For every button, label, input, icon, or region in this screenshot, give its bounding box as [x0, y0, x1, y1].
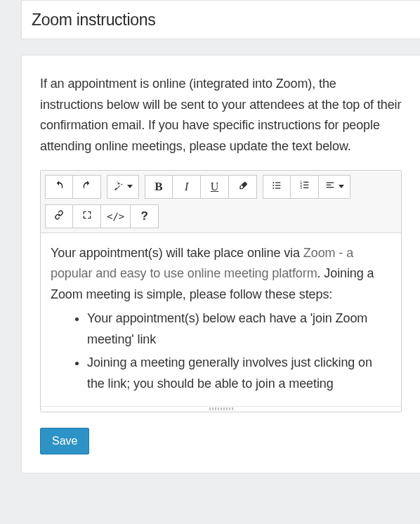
svg-rect-13 [327, 185, 332, 185]
expand-icon [81, 209, 93, 223]
editor-content[interactable]: Your appointment(s) will take place onli… [41, 233, 401, 406]
magic-button[interactable] [107, 175, 139, 199]
chevron-down-icon [127, 185, 133, 188]
editor-toolbar: B I U 123 [41, 171, 401, 233]
redo-button[interactable] [73, 175, 101, 199]
eraser-button[interactable] [229, 175, 257, 199]
magic-wand-icon [113, 180, 124, 193]
list-ol-icon: 123 [299, 180, 310, 193]
align-left-icon [324, 180, 336, 193]
link-icon [53, 209, 65, 223]
editor-paragraph-prefix: Your appointment(s) will take place onli… [51, 246, 303, 260]
chevron-down-icon [339, 185, 344, 188]
svg-point-2 [273, 188, 274, 189]
svg-rect-12 [327, 183, 334, 183]
eraser-icon [237, 180, 249, 193]
undo-icon [53, 180, 65, 193]
section-title: Zoom instructions [32, 11, 155, 30]
underline-button[interactable]: U [201, 175, 229, 199]
intro-text: If an appointment is online (integrated … [40, 74, 402, 157]
grip-icon [209, 407, 233, 410]
svg-point-1 [273, 185, 274, 186]
svg-text:3: 3 [300, 187, 302, 190]
rich-text-editor: B I U 123 [40, 170, 402, 412]
bold-button[interactable]: B [145, 175, 173, 199]
svg-rect-10 [303, 185, 308, 185]
svg-point-0 [273, 182, 274, 183]
undo-button[interactable] [45, 175, 73, 199]
paragraph-button[interactable] [319, 175, 350, 199]
list-item: Your appointment(s) below each have a 'j… [87, 308, 388, 350]
italic-button[interactable]: I [173, 175, 201, 199]
svg-rect-5 [275, 188, 280, 189]
svg-rect-14 [327, 187, 334, 188]
resize-handle[interactable] [41, 406, 401, 412]
settings-panel: If an appointment is online (integrated … [21, 55, 420, 473]
editor-bullet-list: Your appointment(s) below each have a 'j… [51, 308, 388, 395]
svg-rect-3 [275, 183, 280, 183]
ordered-list-button[interactable]: 123 [291, 175, 319, 199]
section-header: Zoom instructions [21, 0, 420, 39]
list-item: Joining a meeting generally involves jus… [87, 353, 388, 394]
save-button[interactable]: Save [40, 428, 89, 454]
redo-icon [81, 180, 93, 193]
list-ul-icon [271, 180, 282, 193]
unordered-list-button[interactable] [263, 175, 291, 199]
svg-rect-4 [275, 185, 280, 186]
fullscreen-button[interactable] [73, 204, 101, 228]
help-button[interactable]: ? [131, 204, 159, 228]
link-button[interactable] [45, 204, 73, 228]
svg-rect-11 [303, 188, 308, 188]
code-view-button[interactable]: </> [101, 204, 131, 228]
svg-rect-9 [303, 182, 308, 183]
